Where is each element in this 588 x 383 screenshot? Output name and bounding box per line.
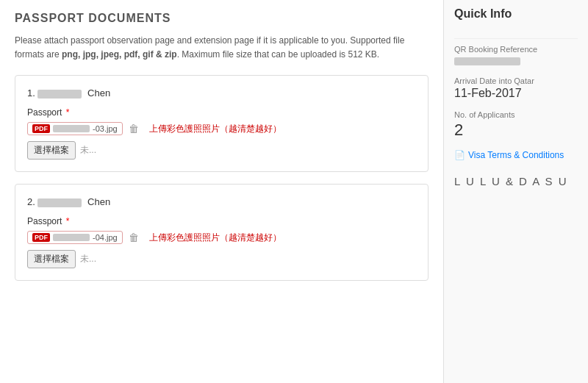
no-file-text-1: 未... (80, 144, 96, 157)
choose-file-btn-1[interactable]: 選擇檔案 (27, 141, 76, 160)
main-content: PASSPORT DOCUMENTS Please attach passpor… (0, 0, 444, 383)
description: Please attach passport observation page … (15, 34, 429, 62)
applicants-field: No. of Applicants 2 (454, 110, 578, 140)
page-title: PASSPORT DOCUMENTS (15, 12, 429, 25)
visa-terms-text: Visa Terms & Conditions (468, 150, 564, 160)
file-name-blurred-1 (53, 125, 90, 132)
file-upload-2: 選擇檔案 未... (27, 250, 416, 268)
arrival-date-field: Arrival Date into Qatar 11-Feb-2017 (454, 76, 578, 100)
passport-card-2: 2. Chen Passport * PDF -04.jpg 🗑 上傳彩色護照照… (15, 184, 429, 281)
file-name-blurred-2 (53, 234, 90, 241)
qr-booking-field: QR Booking Reference (454, 45, 578, 66)
applicant-last-name-1: Chen (87, 87, 110, 99)
delete-icon-2[interactable]: 🗑 (129, 232, 139, 243)
visa-terms-field: 📄 Visa Terms & Conditions (454, 150, 578, 160)
file-extension-1: -03.jpg (93, 124, 118, 133)
qr-booking-value-blurred (454, 57, 520, 65)
passport-card-1: 1. Chen Passport * PDF -03.jpg 🗑 上傳彩色護照照… (15, 75, 429, 172)
applicant-name-1: 1. Chen (27, 87, 416, 99)
no-file-text-2: 未... (80, 253, 96, 265)
arrival-date-label: Arrival Date into Qatar (454, 76, 578, 85)
applicant-number-1: 1. (27, 87, 35, 99)
passport-field-label-1: Passport * (27, 107, 416, 118)
file-row-2: PDF -04.jpg 🗑 上傳彩色護照照片（越清楚越好） (27, 231, 416, 244)
required-star-1: * (66, 107, 70, 118)
qr-booking-label: QR Booking Reference (454, 45, 578, 54)
upload-hint-2: 上傳彩色護照照片（越清楚越好） (149, 232, 282, 244)
pdf-icon-1: PDF (32, 124, 50, 133)
applicant-name-2: 2. Chen (27, 196, 416, 207)
passport-field-label-2: Passport * (27, 216, 416, 226)
applicant-last-name-2: Chen (87, 196, 110, 207)
document-icon: 📄 (454, 150, 465, 160)
required-star-2: * (66, 216, 70, 226)
applicants-label: No. of Applicants (454, 110, 578, 119)
applicants-value: 2 (454, 121, 578, 140)
applicant-first-name-1-blurred (37, 90, 82, 99)
file-row-1: PDF -03.jpg 🗑 上傳彩色護照照片（越清楚越好） (27, 122, 416, 135)
arrival-date-value: 11-Feb-2017 (454, 87, 578, 100)
visa-terms-link[interactable]: 📄 Visa Terms & Conditions (454, 150, 578, 160)
applicant-number-2: 2. (27, 196, 35, 207)
applicant-first-name-2-blurred (37, 198, 82, 207)
sidebar: Quick Info QR Booking Reference Arrival … (444, 0, 588, 383)
supported-formats: png, jpg, jpeg, pdf, gif & zip (62, 49, 177, 60)
choose-file-btn-2[interactable]: 選擇檔案 (27, 250, 76, 268)
file-pill-2: PDF -04.jpg (27, 231, 123, 244)
divider-1 (454, 38, 578, 39)
file-extension-2: -04.jpg (93, 233, 118, 242)
delete-icon-1[interactable]: 🗑 (129, 123, 139, 135)
file-pill-1: PDF -03.jpg (27, 122, 123, 135)
pdf-icon-2: PDF (32, 233, 50, 242)
branding: L U L U & D A S U (454, 175, 578, 187)
sidebar-title: Quick Info (454, 7, 578, 26)
upload-hint-1: 上傳彩色護照照片（越清楚越好） (149, 123, 282, 135)
file-upload-1: 選擇檔案 未... (27, 141, 416, 160)
